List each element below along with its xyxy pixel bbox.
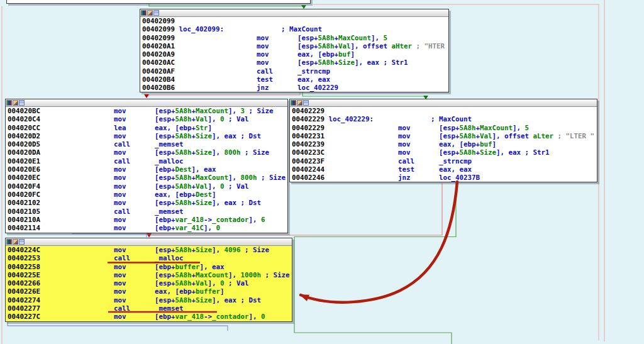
code-segment: mov [ebp+ [40,263,175,271]
code-segment: Val [196,279,208,287]
code-segment: ], [208,182,221,191]
code-line[interactable]: 004020EC mov [esp+5A8h+MaxCount], 800h ;… [8,174,287,182]
edge-out-4020BC [72,233,147,237]
code-line[interactable]: 004020E1 call _malloc [8,157,287,165]
block-code[interactable]: 0040222900402229 loc_402229: ; MaxCount0… [290,107,597,182]
code-line[interactable]: 0040223C mov [esp+5A8h+Size], eax ; Str1 [292,148,597,157]
code-line[interactable]: 004020C4 mov [esp+5A8h+Val], 0 ; Val [8,115,287,123]
code-line[interactable]: 00402239 mov eax, [ebp+buf] [292,140,597,148]
code-segment: 0040210A [8,216,40,224]
code-line[interactable]: 00402258 mov [ebp+buffer], eax [8,263,292,271]
partial-block-above[interactable] [6,0,311,4]
graph-overview-icon[interactable] [141,10,147,16]
disassembly-text-icon[interactable] [13,100,18,106]
code-segment: 00402274 [8,296,40,304]
code-segment: 0040225E [8,271,40,279]
code-line[interactable]: 00402114 mov [ebp+var_41C], 0 [8,224,287,232]
graph-overview-icon[interactable] [6,239,12,245]
basic-block-402099[interactable]: 0040209900402099 loc_402099: ; MaxCount0… [140,9,449,92]
disassembly-text-icon[interactable] [297,100,303,106]
code-segment: mov [esp+ [325,148,460,157]
code-line[interactable]: 0040223F call _strncmp [292,157,597,165]
disassembly-text-icon[interactable] [147,10,153,16]
code-line[interactable]: 00402244 test eax, eax [292,165,597,174]
code-segment: 004020B6 [142,84,175,92]
code-line[interactable]: 0040225E mov [esp+5A8h+MaxCount], 1000h … [8,271,292,279]
code-segment: ], [513,124,525,132]
code-line[interactable]: 00402277 call _memset [8,304,292,313]
code-line[interactable]: 004020A1 mov [esp+5A8h+Val], offset aHte… [142,42,448,50]
code-segment: 00402099 [142,34,175,42]
basic-block-402229[interactable]: 0040222900402229 loc_402229: ; MaxCount0… [289,99,597,182]
code-line[interactable]: 004020B6 jnz loc_402229 [142,84,448,92]
code-segment: ], eax ; Dst [212,296,261,304]
code-line[interactable]: 00402253 call _malloc [8,254,292,262]
code-segment: 00402105 [8,208,40,216]
code-line[interactable]: 00402274 mov [esp+5A8h+Size], eax ; Dst [8,296,292,304]
code-line[interactable]: 00402266 mov [esp+5A8h+Val], 0 ; Val [8,279,292,287]
code-line[interactable]: 004020CC lea eax, [ebp+Str] [8,124,287,132]
block-code[interactable]: 0040209900402099 loc_402099: ; MaxCount0… [140,17,448,92]
code-line[interactable]: 00402231 mov [esp+5A8h+Val], offset aLte… [292,132,597,140]
block-code[interactable]: 0040224C mov [esp+5A8h+Size], 4096 ; Siz… [6,246,292,321]
code-line[interactable]: 00402099 loc_402099: ; MaxCount [142,25,448,33]
code-segment: 800h [225,148,241,157]
code-line[interactable]: 00402102 mov [esp+5A8h+Size], eax ; Dst [8,199,287,207]
graph-overview-icon[interactable] [291,100,296,106]
code-segment: mov [esp+ [40,107,175,115]
proximity-grid-icon[interactable] [19,100,25,106]
code-segment: mov [esp+ [40,132,175,140]
code-segment: mov [ebp+ [40,313,175,321]
code-segment: MaxCount [196,174,228,182]
proximity-grid-icon[interactable] [153,10,159,16]
code-segment: ], [228,107,241,115]
code-segment: 5A8h [175,182,192,191]
code-line[interactable]: 00402099 mov [esp+5A8h+MaxCount], 5 [142,34,448,42]
code-line[interactable]: 0040224C mov [esp+5A8h+Size], 4096 ; Siz… [8,246,292,254]
code-line[interactable]: 00402099 [142,17,448,25]
code-line[interactable]: 0040227C mov [ebp+var_418->_contador], 0 [8,313,292,321]
code-line[interactable]: 0040210A mov [ebp+var_418->_contador], 6 [8,216,287,224]
basic-block-4020BC[interactable]: 004020BC mov [esp+5A8h+MaxCount], 3 ; Si… [5,99,288,233]
code-line[interactable]: 00402105 call _memset [8,208,287,216]
code-line[interactable]: 004020D2 mov [esp+5A8h+Size], eax ; Dst [8,132,287,140]
disassembly-text-icon[interactable] [13,239,18,245]
code-line[interactable]: 00402246 jnz loc_40237B [292,174,597,182]
code-segment: 800h [241,174,257,182]
proximity-grid-icon[interactable] [19,239,25,245]
code-line[interactable]: 00402229 [292,107,597,115]
code-segment: call _memset [40,304,184,313]
code-line[interactable]: 004020FC mov eax, [ebp+Dest] [8,191,287,199]
code-segment: 0040226E [8,287,40,296]
code-line[interactable]: 00402229 loc_402229: ; MaxCount [292,115,597,123]
code-line[interactable]: 004020B4 test eax, eax [142,75,448,84]
graph-overview-icon[interactable] [6,100,12,106]
code-segment: Size [196,148,212,157]
code-segment: Dest [175,165,192,174]
code-line[interactable]: 004020BC mov [esp+5A8h+MaxCount], 3 ; Si… [8,107,287,115]
code-line[interactable]: 004020AF call _strncmp [142,67,448,75]
block-code[interactable]: 004020BC mov [esp+5A8h+MaxCount], 3 ; Si… [6,107,287,232]
code-segment: Size [196,246,212,254]
code-segment: 0040223C [292,148,325,157]
block-titlebar [290,99,597,107]
code-line[interactable]: 004020D5 call _memset [8,140,287,148]
code-line[interactable]: 004020AC mov [esp+5A8h+Size], eax ; Str1 [142,58,448,67]
basic-block-40224C[interactable]: 0040224C mov [esp+5A8h+Size], 4096 ; Siz… [5,238,292,322]
code-line[interactable]: 00402229 mov [esp+5A8h+MaxCount], 5 [292,124,597,132]
code-segment: mov [esp+ [40,148,175,157]
code-segment: 00402099 [142,25,179,33]
code-segment: 004020A1 [142,42,175,50]
code-line[interactable]: 004020DA mov [esp+5A8h+Size], 800h ; Siz… [8,148,287,157]
code-line[interactable]: 0040226E mov eax, [ebp+buffer] [8,287,292,296]
code-line[interactable]: 004020F4 mov [esp+5A8h+Val], 0 ; Val [8,182,287,191]
code-segment: 0040223F [292,157,325,165]
code-line[interactable]: 004020A9 mov eax, [ebp+buf] [142,50,448,58]
code-segment: 004020D5 [8,140,40,148]
code-segment: Val [480,132,492,140]
code-segment: 6 [261,216,265,224]
proximity-grid-icon[interactable] [303,100,309,106]
code-segment: ] [492,140,497,148]
code-line[interactable]: 004020E6 mov [ebp+Dest], eax [8,165,287,174]
arrowhead-into-4020BC [144,94,149,98]
